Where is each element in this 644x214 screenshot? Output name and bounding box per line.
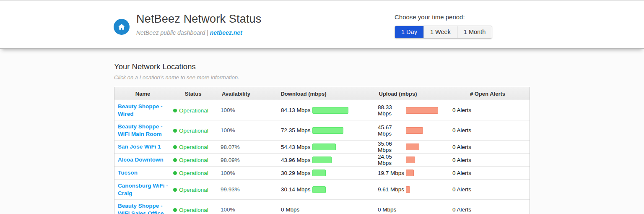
time-period-button-1-week[interactable]: 1 Week xyxy=(423,26,457,38)
table-row: Beauty Shoppe - WiredOperational100%84.1… xyxy=(114,100,530,120)
status-cell: Operational xyxy=(171,127,215,134)
status-dot-icon xyxy=(173,158,177,162)
status-cell: Operational xyxy=(171,107,215,114)
status-dot-icon xyxy=(173,109,177,112)
column-header: Status xyxy=(171,91,215,97)
section-subtitle: Click on a Location's name to see more i… xyxy=(114,74,239,81)
download-cell: 30.29 Mbps xyxy=(257,170,350,176)
availability-cell: 100% xyxy=(215,107,257,113)
section-title: Your Network Locations xyxy=(114,62,196,71)
upload-value: 24.05 Mbps xyxy=(350,154,406,166)
status-cell: Operational xyxy=(171,170,215,176)
status-label: Operational xyxy=(179,144,208,150)
download-cell: 43.96 Mbps xyxy=(257,157,350,163)
netbeez-link[interactable]: netbeez.net xyxy=(210,29,242,36)
status-label: Operational xyxy=(179,128,208,134)
main-content: Your Network Locations Click on a Locati… xyxy=(0,51,644,214)
upload-cell: 0 Mbps xyxy=(350,206,446,213)
column-header: # Open Alerts xyxy=(446,91,530,97)
status-label: Operational xyxy=(179,187,208,193)
alerts-cell: 0 Alerts xyxy=(446,186,530,193)
location-link[interactable]: Beauty Shoppe - WiFi Main Room xyxy=(118,123,169,138)
time-period-button-1-day[interactable]: 1 Day xyxy=(395,26,423,38)
download-cell: 72.35 Mbps xyxy=(257,127,350,134)
name-cell: Alcoa Downtown xyxy=(114,154,171,166)
download-value: 84.13 Mbps xyxy=(257,107,312,113)
status-label: Operational xyxy=(179,157,208,163)
upload-bar xyxy=(406,186,410,193)
upload-cell: 88.33 Mbps xyxy=(350,104,446,117)
download-value: 72.35 Mbps xyxy=(257,127,312,133)
status-dot-icon xyxy=(173,188,177,192)
alerts-cell: 0 Alerts xyxy=(446,107,530,113)
status-cell: Operational xyxy=(171,186,215,193)
table-header-row: NameStatusAvailabilityDownload (mbps)Upl… xyxy=(114,87,530,100)
availability-cell: 98.09% xyxy=(215,157,257,163)
upload-cell: 35.06 Mbps xyxy=(350,141,446,153)
upload-value: 19.7 Mbps xyxy=(350,170,406,176)
column-header: Availability xyxy=(215,91,257,97)
table-row: Canonsburg WiFi - CraigOperational99.93%… xyxy=(114,180,530,200)
upload-value: 0 Mbps xyxy=(350,206,406,213)
name-cell: San Jose WiFi 1 xyxy=(114,141,171,153)
home-icon[interactable] xyxy=(114,19,130,35)
column-header: Download (mbps) xyxy=(257,91,350,97)
download-value: 30.29 Mbps xyxy=(257,170,312,176)
table-row: Alcoa DowntownOperational98.09%43.96 Mbp… xyxy=(114,154,530,167)
page-subtitle: NetBeez public dashboard | netbeez.net xyxy=(136,29,262,36)
status-label: Operational xyxy=(179,170,208,176)
name-cell: Canonsburg WiFi - Craig xyxy=(114,180,171,199)
download-bar xyxy=(312,144,336,150)
download-cell: 0 Mbps xyxy=(257,206,350,213)
table-row: TucsonOperational100%30.29 Mbps19.7 Mbps… xyxy=(114,167,530,180)
locations-table: NameStatusAvailabilityDownload (mbps)Upl… xyxy=(114,87,530,214)
download-bar xyxy=(312,107,348,114)
upload-value: 35.06 Mbps xyxy=(350,141,406,153)
availability-cell: 99.93% xyxy=(215,186,257,193)
title-block: NetBeez Network Status NetBeez public da… xyxy=(136,13,262,36)
time-period-button-group: 1 Day1 Week1 Month xyxy=(395,26,492,39)
name-cell: Beauty Shoppe - WiFi Main Room xyxy=(114,120,171,140)
download-bar xyxy=(312,170,326,176)
column-header: Upload (mbps) xyxy=(350,91,446,97)
availability-cell: 100% xyxy=(215,206,257,213)
status-dot-icon xyxy=(173,145,177,149)
location-link[interactable]: San Jose WiFi 1 xyxy=(118,143,161,151)
upload-bar xyxy=(406,144,419,150)
location-link[interactable]: Beauty Shoppe - Wired xyxy=(118,103,169,117)
page-subtitle-text: NetBeez public dashboard | xyxy=(136,29,210,36)
download-value: 43.96 Mbps xyxy=(257,157,312,163)
download-cell: 30.14 Mbps xyxy=(257,186,350,193)
time-period-label: Choose your time period: xyxy=(395,13,492,21)
status-cell: Operational xyxy=(171,206,215,213)
status-dot-icon xyxy=(173,129,177,133)
location-link[interactable]: Tucson xyxy=(118,169,138,177)
upload-cell: 19.7 Mbps xyxy=(350,170,446,176)
location-link[interactable]: Alcoa Downtown xyxy=(118,156,164,164)
status-label: Operational xyxy=(179,207,208,213)
upload-value: 9.61 Mbps xyxy=(350,186,406,193)
download-value: 0 Mbps xyxy=(257,206,312,213)
time-period-button-1-month[interactable]: 1 Month xyxy=(457,26,492,38)
table-row: Beauty Shoppe - WiFi Sales OfficeOperati… xyxy=(114,200,530,214)
upload-bar xyxy=(406,127,423,134)
name-cell: Tucson xyxy=(114,167,171,179)
alerts-cell: 0 Alerts xyxy=(446,170,530,176)
home-icon-glyph xyxy=(117,23,126,31)
upload-value: 88.33 Mbps xyxy=(350,104,406,117)
download-cell: 84.13 Mbps xyxy=(257,107,350,114)
location-link[interactable]: Canonsburg WiFi - Craig xyxy=(118,182,169,197)
name-cell: Beauty Shoppe - Wired xyxy=(114,100,171,120)
upload-cell: 9.61 Mbps xyxy=(350,186,446,193)
availability-cell: 98.07% xyxy=(215,144,257,150)
location-link[interactable]: Beauty Shoppe - WiFi Sales Office xyxy=(118,202,169,214)
name-cell: Beauty Shoppe - WiFi Sales Office xyxy=(114,200,171,214)
download-value: 30.14 Mbps xyxy=(257,186,312,193)
alerts-cell: 0 Alerts xyxy=(446,206,530,213)
availability-cell: 100% xyxy=(215,127,257,133)
status-dot-icon xyxy=(173,171,177,175)
time-period-block: Choose your time period: 1 Day1 Week1 Mo… xyxy=(395,13,492,39)
upload-bar xyxy=(406,157,415,163)
status-label: Operational xyxy=(179,107,208,114)
upload-cell: 24.05 Mbps xyxy=(350,154,446,166)
